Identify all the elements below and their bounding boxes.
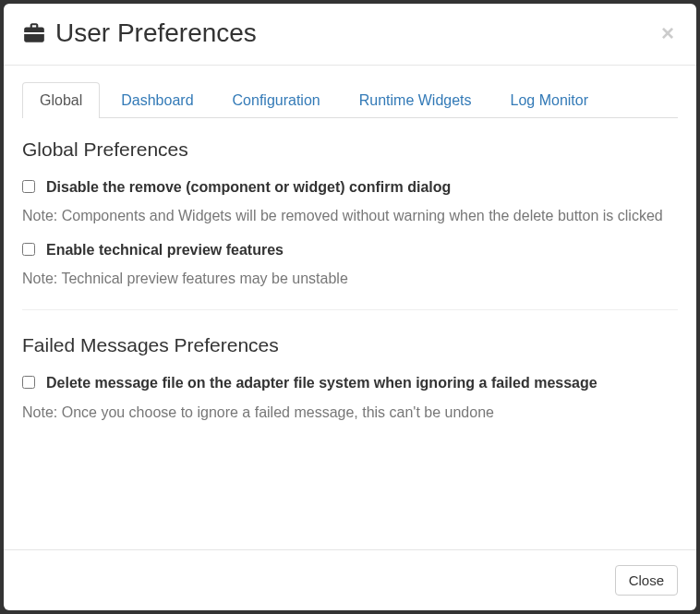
tab-configuration[interactable]: Configuration (215, 82, 338, 118)
pref-delete-failed-checkbox[interactable] (22, 376, 35, 389)
pref-delete-failed-label: Delete message file on the adapter file … (46, 373, 597, 393)
section-divider (22, 309, 678, 310)
pref-row: Enable technical preview features (22, 240, 678, 260)
close-button[interactable]: Close (615, 565, 678, 596)
pref-delete-failed-note: Note: Once you choose to ignore a failed… (22, 402, 678, 423)
failed-section-title: Failed Messages Preferences (22, 334, 678, 356)
pref-tech-preview-label: Enable technical preview features (46, 240, 284, 260)
briefcase-icon (22, 21, 46, 45)
pref-disable-confirm-note: Note: Components and Widgets will be rem… (22, 205, 678, 226)
pref-row: Delete message file on the adapter file … (22, 373, 678, 393)
preferences-modal: User Preferences × Global Dashboard Conf… (4, 4, 696, 610)
modal-title-text: User Preferences (55, 18, 257, 48)
pref-disable-confirm-checkbox[interactable] (22, 180, 35, 193)
modal-body: Global Dashboard Configuration Runtime W… (4, 66, 696, 549)
global-section-title: Global Preferences (22, 138, 678, 161)
pref-tech-preview-checkbox[interactable] (22, 243, 35, 256)
tab-log-monitor[interactable]: Log Monitor (493, 82, 607, 118)
modal-footer: Close (4, 549, 696, 610)
pref-tech-preview-note: Note: Technical preview features may be … (22, 268, 678, 289)
tab-global[interactable]: Global (22, 82, 100, 118)
pref-row: Disable the remove (component or widget)… (22, 177, 678, 198)
pref-disable-confirm: Disable the remove (component or widget)… (22, 177, 678, 227)
pref-disable-confirm-label: Disable the remove (component or widget)… (46, 177, 451, 198)
modal-header: User Preferences × (4, 4, 696, 66)
modal-title: User Preferences (22, 18, 257, 48)
tab-list: Global Dashboard Configuration Runtime W… (22, 82, 678, 118)
pref-tech-preview: Enable technical preview features Note: … (22, 240, 678, 290)
tab-runtime-widgets[interactable]: Runtime Widgets (342, 82, 489, 118)
pref-delete-failed: Delete message file on the adapter file … (22, 373, 678, 423)
tab-dashboard[interactable]: Dashboard (103, 82, 211, 118)
close-icon[interactable]: × (658, 18, 678, 48)
